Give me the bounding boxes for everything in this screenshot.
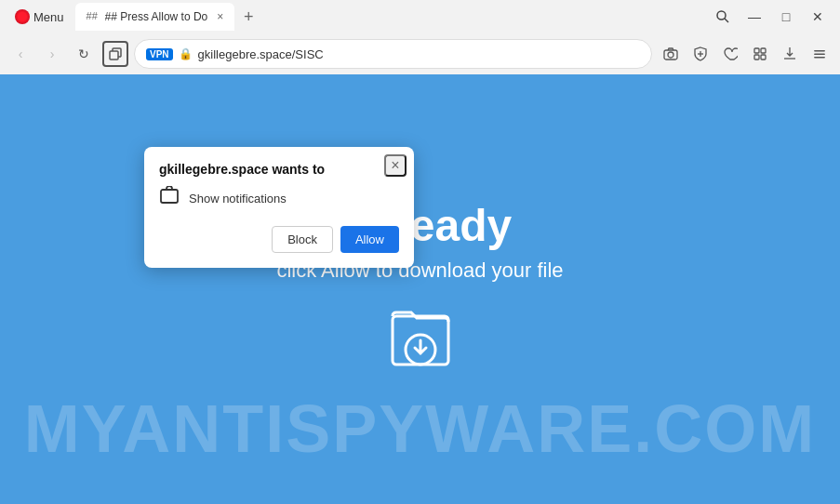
opera-logo-icon <box>15 9 30 24</box>
title-bar: Menu ## ## Press Allow to Do × + — □ ✕ <box>0 0 840 33</box>
active-tab[interactable]: ## ## Press Allow to Do × <box>75 3 235 31</box>
back-button[interactable]: ‹ <box>7 41 33 67</box>
forward-button[interactable]: › <box>39 41 65 67</box>
svg-point-4 <box>668 52 673 58</box>
camera-button[interactable] <box>658 41 684 67</box>
search-window-button[interactable] <box>708 2 738 32</box>
url-domain: gkillegebre.space <box>198 47 292 61</box>
lock-icon: 🔒 <box>179 47 193 60</box>
notification-label: Show notifications <box>189 192 287 206</box>
heart-button[interactable] <box>717 41 743 67</box>
shield-button[interactable] <box>687 41 713 67</box>
svg-rect-11 <box>814 50 825 52</box>
block-button[interactable]: Block <box>272 226 333 253</box>
popup-notification-row: Show notifications <box>159 186 399 211</box>
url-bar[interactable]: VPN 🔒 gkillegebre.space/SISC <box>134 39 652 69</box>
extensions-button[interactable] <box>747 41 773 67</box>
popup-actions: Block Allow <box>159 226 399 253</box>
close-button[interactable]: ✕ <box>803 2 833 32</box>
url-text: gkillegebre.space/SISC <box>198 47 324 61</box>
address-bar: ‹ › ↻ VPN 🔒 gkillegebre.space/SISC <box>0 33 840 74</box>
svg-rect-16 <box>161 190 178 203</box>
svg-rect-10 <box>761 55 766 60</box>
svg-rect-12 <box>814 54 825 56</box>
svg-rect-9 <box>754 55 759 60</box>
popup-title: gkillegebre.space wants to <box>159 162 399 177</box>
window-controls: — □ ✕ <box>708 2 833 32</box>
notification-popup: × gkillegebre.space wants to Show notifi… <box>144 147 414 268</box>
svg-point-0 <box>717 11 726 20</box>
new-tab-button[interactable]: + <box>236 5 260 29</box>
svg-rect-8 <box>761 48 766 53</box>
download-button[interactable] <box>777 41 803 67</box>
menu-label: Menu <box>33 10 64 24</box>
allow-button[interactable]: Allow <box>340 226 399 253</box>
address-actions <box>658 41 833 67</box>
minimize-button[interactable]: — <box>740 2 769 32</box>
tabs-button[interactable] <box>102 41 128 67</box>
svg-rect-13 <box>814 57 825 59</box>
tab-bar: ## ## Press Allow to Do × + <box>75 3 704 31</box>
watermark: MYANTISPYWARE.COM <box>0 391 840 467</box>
svg-rect-7 <box>754 48 759 53</box>
svg-line-1 <box>725 19 728 22</box>
download-file-icon <box>383 305 458 379</box>
download-icon-container <box>276 305 563 379</box>
svg-rect-2 <box>110 51 118 60</box>
maximize-button[interactable]: □ <box>771 2 801 32</box>
tab-title: ## Press Allow to Do <box>105 10 208 23</box>
vpn-badge: VPN <box>146 48 173 60</box>
browser-window: Menu ## ## Press Allow to Do × + — □ ✕ ‹… <box>0 0 840 504</box>
sidebar-menu-button[interactable] <box>807 41 833 67</box>
page-content: MYANTISPYWARE.COM Is Ready click Allow t… <box>0 74 840 504</box>
reload-button[interactable]: ↻ <box>71 41 97 67</box>
url-path: /SISC <box>292 47 324 61</box>
tab-close-button[interactable]: × <box>217 10 223 23</box>
notification-bell-icon <box>159 186 180 211</box>
popup-close-button[interactable]: × <box>384 154 407 177</box>
opera-menu[interactable]: Menu <box>7 6 72 28</box>
tab-favicon: ## <box>87 10 100 23</box>
